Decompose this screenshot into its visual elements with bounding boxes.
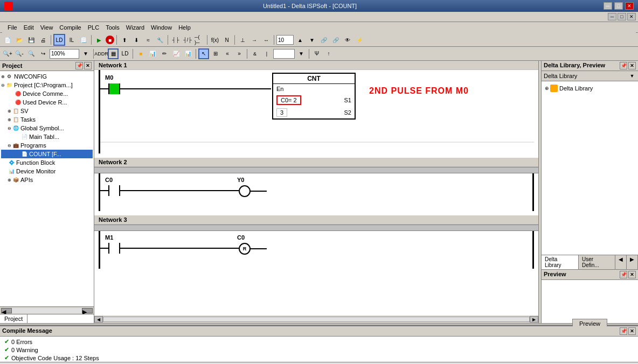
monitor2-btn[interactable]: 📊 xyxy=(147,48,158,59)
tree-item-device-comme[interactable]: 🔴 Device Comme... xyxy=(1,89,93,98)
zoom-in-btn[interactable]: 🔍+ xyxy=(2,48,13,59)
or-apply-btn[interactable]: ▼ xyxy=(296,48,307,59)
network-btn[interactable]: N xyxy=(221,34,232,45)
bottom-panel-pin[interactable]: 📌 xyxy=(620,327,627,335)
new-button[interactable]: 📄 xyxy=(2,34,13,45)
connect-lr-btn[interactable]: ↔ xyxy=(261,34,272,45)
find-next-btn[interactable]: ↪ xyxy=(38,48,48,59)
tab-prev[interactable]: ◀ xyxy=(615,255,627,269)
menu-plc[interactable]: PLC xyxy=(85,23,102,32)
run-btn[interactable]: ▶ xyxy=(94,34,105,45)
minimize-button[interactable]: ─ xyxy=(604,2,612,10)
bar-chart2-btn[interactable]: 📊 xyxy=(183,48,193,59)
up-btn[interactable]: ↑ xyxy=(323,48,334,59)
diag-btn[interactable]: 🔧 xyxy=(155,34,165,45)
project-panel-pin[interactable]: 📌 xyxy=(75,62,83,69)
inner-restore-button[interactable]: □ xyxy=(618,13,626,20)
edit-btn[interactable]: ✏ xyxy=(159,48,170,59)
zoom-select[interactable] xyxy=(50,49,79,59)
page-btn[interactable]: 📃 xyxy=(78,34,89,45)
tab-next[interactable]: ▶ xyxy=(627,255,638,269)
menu-compile[interactable]: Compile xyxy=(56,23,84,32)
tree-item-count[interactable]: 📄 COUNT [F... xyxy=(1,150,93,158)
restore-button[interactable]: □ xyxy=(614,2,623,10)
tree-item-function-block[interactable]: 💠 Function Block xyxy=(1,158,93,167)
right-panel-close[interactable]: ✕ xyxy=(628,62,636,69)
write-btn[interactable]: ⬇ xyxy=(131,34,142,45)
canvas-area[interactable]: Network 1 M0 xyxy=(94,61,538,323)
speed-input[interactable] xyxy=(276,35,294,45)
canvas-scroll-right[interactable]: ▶ xyxy=(530,316,538,323)
stop-btn[interactable]: ■ xyxy=(106,36,114,44)
close-button[interactable]: ✕ xyxy=(625,2,634,10)
disconnect-btn[interactable]: 🔗 xyxy=(330,34,341,45)
tree-item-apis[interactable]: ⊕ 📦 APIs xyxy=(1,176,93,184)
fmt-btn[interactable]: Ψ xyxy=(311,48,322,59)
tab-project[interactable]: Project xyxy=(0,314,27,323)
coil-btn[interactable]: ─( )─ xyxy=(194,34,205,45)
tab-delta-library[interactable]: Delta Library xyxy=(542,255,579,269)
connect-plc-btn[interactable]: 🔗 xyxy=(318,34,329,45)
print-button[interactable]: 🖨 xyxy=(38,34,48,45)
bottom-panel-close[interactable]: ✕ xyxy=(628,327,636,335)
menu-file[interactable]: File xyxy=(4,23,20,32)
bottom-scroll-h[interactable] xyxy=(0,362,638,364)
canvas-scroll-h[interactable]: ◀ ▶ xyxy=(94,316,538,323)
inner-close-button[interactable]: ✕ xyxy=(627,13,636,20)
tree-item-main-table[interactable]: 📄 Main Tabl... xyxy=(1,132,93,141)
contact-no-btn[interactable]: ┤├ xyxy=(170,34,181,45)
menu-wizard[interactable]: Wizard xyxy=(123,23,148,32)
bar-chart-btn[interactable]: 📈 xyxy=(171,48,182,59)
force-btn[interactable]: ⚡ xyxy=(354,34,365,45)
tree-item-global-symbol[interactable]: ⊖ 🌐 Global Symbol... xyxy=(1,124,93,132)
menu-view[interactable]: View xyxy=(37,23,57,32)
menu-edit[interactable]: Edit xyxy=(20,23,37,32)
palette-btn[interactable]: ■ xyxy=(135,48,146,59)
connect-right-btn[interactable]: → xyxy=(249,34,260,45)
and-btn[interactable]: & xyxy=(249,48,260,59)
ld-view-btn[interactable]: LD xyxy=(120,48,130,59)
shift-right-btn[interactable]: » xyxy=(234,48,245,59)
canvas-scroll-left[interactable]: ◀ xyxy=(94,316,103,323)
shift-left-btn[interactable]: « xyxy=(222,48,233,59)
tree-item-programs[interactable]: ⊖ 💼 Programs xyxy=(1,141,93,150)
inner-minimize-button[interactable]: ─ xyxy=(608,13,616,20)
il-view-btn[interactable]: IL xyxy=(66,34,77,45)
preview-close[interactable]: ✕ xyxy=(628,271,636,278)
cursor-btn[interactable]: ↖ xyxy=(198,48,209,59)
tree-item-nwconfig[interactable]: ⊕ ⚙ NWCONFIG xyxy=(1,72,93,81)
project-scroll-h[interactable]: ◀ ▶ xyxy=(0,306,94,314)
grid-btn[interactable]: ▦ xyxy=(108,48,119,59)
scroll-left-btn[interactable]: ◀ xyxy=(1,308,12,313)
project-panel-close[interactable]: ✕ xyxy=(84,62,92,69)
func-btn[interactable]: f(x) xyxy=(210,34,220,45)
open-button[interactable]: 📂 xyxy=(14,34,25,45)
monitor-btn[interactable]: 👁 xyxy=(342,34,353,45)
tree-item-tasks[interactable]: ⊕ 📋 Tasks xyxy=(1,115,93,124)
find-btn[interactable]: 🔍 xyxy=(26,48,37,59)
library-arrow-btn[interactable]: ▼ xyxy=(628,72,636,80)
scroll-right-btn[interactable]: ▶ xyxy=(82,308,93,313)
read-btn[interactable]: ⬆ xyxy=(119,34,130,45)
zoom-out-btn[interactable]: 🔍- xyxy=(14,48,25,59)
tree-item-sv[interactable]: ⊕ 📋 SV xyxy=(1,107,93,115)
tree-item-used-device[interactable]: 🔴 Used Device R... xyxy=(1,98,93,107)
menu-tools[interactable]: Tools xyxy=(102,23,123,32)
or-input[interactable] xyxy=(273,49,295,59)
addr-mode-btn[interactable]: ADDR xyxy=(96,48,107,59)
ladder-view-btn[interactable]: LD xyxy=(53,34,65,46)
tab-user-define[interactable]: User Defin... xyxy=(579,255,615,269)
delta-library-item[interactable]: ⊕ Delta Library xyxy=(544,83,636,93)
tree-item-project[interactable]: ⊖ 📁 Project [C:\Program...] xyxy=(1,81,93,89)
speed-down-btn[interactable]: ▼ xyxy=(307,34,317,45)
save-button[interactable]: 💾 xyxy=(26,34,37,45)
right-panel-pin[interactable]: 📌 xyxy=(620,62,627,69)
compare-btn[interactable]: ≈ xyxy=(143,34,154,45)
select-btn[interactable]: ⊞ xyxy=(210,48,221,59)
connect-down-btn[interactable]: ⊥ xyxy=(237,34,248,45)
speed-up-btn[interactable]: ▲ xyxy=(295,34,306,45)
menu-help[interactable]: Help xyxy=(175,23,194,32)
tree-item-device-monitor[interactable]: 📊 Device Monitor xyxy=(1,167,93,176)
or-btn[interactable]: | xyxy=(261,48,272,59)
menu-window[interactable]: Window xyxy=(148,23,175,32)
